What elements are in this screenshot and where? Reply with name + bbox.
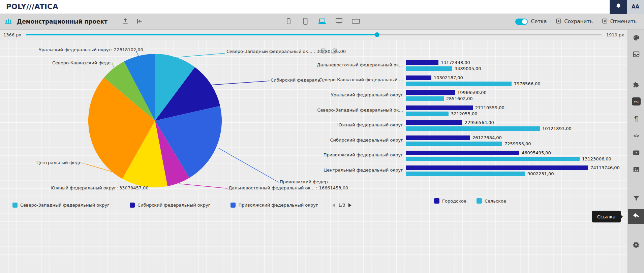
bar-line: 7976566,00 [406,82,620,86]
code-icon: <> [634,133,639,138]
bar-Городское[interactable] [406,135,470,140]
send-to-back-button[interactable] [331,48,338,55]
avatar[interactable]: AA [627,0,644,14]
width-slider[interactable] [26,32,602,37]
bar-value-label: 7976566,00 [514,81,541,86]
save-button[interactable]: Сохранить [555,18,592,26]
bar-Сельское[interactable] [406,96,444,101]
toolbar-left: Демонстрационный проект [0,17,145,27]
bar-Сельское[interactable] [406,112,449,116]
notifications-button[interactable] [610,0,627,14]
pie-callout-sibirsky: Сибирский федераль... [271,78,324,83]
legend-label: Сибирский федеральный округ [137,203,211,208]
device-laptop-button[interactable] [316,16,328,27]
pie-legend-item[interactable]: Сибирский федеральный округ [130,203,211,208]
bar-line: 13172448,00 [406,60,620,65]
bar-Городское[interactable] [406,90,455,95]
device-widescreen-button[interactable] [350,16,362,27]
project-icon [5,17,12,26]
bar-Городское[interactable] [406,120,462,125]
bar-line: 3489005,00 [406,66,620,71]
app-window: POLY///ATICA AA Демонстрационный проект [0,0,644,273]
image-icon [633,166,640,174]
pie-legend-item[interactable]: Приволжский федеральный округ [231,203,318,208]
device-phone-small-button[interactable] [283,16,294,27]
bar-Сельское[interactable] [406,157,580,161]
bar-Городское[interactable] [406,60,438,65]
bar-value-label: 10121893,00 [542,126,572,131]
sidebar-widgets-button[interactable] [630,48,643,61]
upload-icon [122,18,129,26]
pie-callout-yuzhny: Южный федеральный округ: 33078457,00 [51,185,149,190]
bar-line: 9002231,00 [406,172,620,176]
bar-value-label: 19966500,00 [457,90,487,95]
sidebar-plugins-button[interactable] [630,79,643,92]
bar-row: Уральский федеральный округ19966500,0028… [317,87,620,102]
slider-handle[interactable] [375,32,379,37]
drawer-icon [633,51,640,59]
legend-page-indicator: 1/3 [338,203,345,208]
sidebar-code-button[interactable]: <> [630,129,643,142]
bar-row: Северо-Западный федеральный ок...2711055… [317,102,620,118]
device-desktop-button[interactable] [333,16,345,27]
grid-toggle[interactable]: Сетка [515,19,547,25]
bar-Сельское[interactable] [406,142,502,146]
bar-row: Дальневосточный федеральный ок...1317244… [317,57,620,72]
bar-category-label: Сибирский федеральный округ [317,132,403,148]
bar-category-label: Приволжский федеральный округ [317,148,403,163]
sidebar-settings-button[interactable] [630,239,643,252]
bar-value-label: 13123006,00 [582,156,611,161]
device-phone-large-button[interactable] [300,16,311,27]
gear-icon [632,241,640,250]
fit-width-button[interactable] [134,17,145,27]
phone-small-icon [284,17,293,26]
bar-legend: ГородскоеСельское [434,198,506,204]
puzzle-icon [633,81,640,90]
bar-Городское[interactable] [406,165,588,170]
bar-value-label: 26127884,00 [472,135,502,140]
legend-prev-icon[interactable] [332,203,335,207]
cancel-icon [602,18,608,26]
sidebar-filter-button[interactable] [630,192,643,206]
bar-Городское[interactable] [406,151,519,155]
bar-Городское[interactable] [406,105,473,110]
bar-line: 10302187,00 [406,75,620,80]
bar-row: Северо-Кавказский федеральный ...1030218… [317,72,620,88]
bar-line: 27110559,00 [406,105,620,110]
bar-Сельское[interactable] [406,172,525,176]
bar-plot-area: 19966500,002851602,00 [406,87,620,102]
bar-value-label: 46095495,00 [522,150,551,155]
dashboard-canvas[interactable]: Северо-Западный федеральный ок... : 3028… [0,40,627,273]
bar-Сельское[interactable] [406,66,452,71]
sidebar-image-button[interactable] [630,163,643,177]
sidebar-palette-button[interactable] [630,31,643,45]
toolbar-right: Сетка Сохранить Отменить [515,18,644,26]
bar-Городское[interactable] [406,75,431,80]
filter-icon [633,195,640,203]
legend-label: Северо-Западный федеральный округ [20,203,110,208]
sidebar-svg-button[interactable]: svg [630,95,643,108]
bar-Сельское[interactable] [406,82,512,86]
sidebar-link-button[interactable] [628,209,644,224]
bar-legend-item[interactable]: Сельское [477,198,506,204]
bar-legend-item[interactable]: Городское [434,198,466,204]
bar-category-label: Уральский федеральный округ [317,87,403,102]
pie-callout-line [212,81,270,85]
bar-category-label: Южный федеральный округ [317,117,403,132]
legend-next-icon[interactable] [348,203,351,207]
toggle-switch[interactable] [515,19,528,25]
upload-button[interactable] [120,17,130,27]
bar-line: 22956564,00 [406,120,620,125]
sidebar-text-button[interactable]: ¶ [630,112,643,125]
device-size-switcher [283,16,362,27]
bring-to-front-button[interactable] [320,48,327,55]
sidebar-video-button[interactable] [630,146,643,160]
pie-legend-pager: 1/3 [332,203,351,208]
slider-fill [26,34,377,35]
bar-Сельское[interactable] [406,126,540,131]
bar-plot-area: 74113746,009002231,00 [406,162,620,178]
pie-legend-item[interactable]: Северо-Западный федеральный округ [12,203,110,208]
bar-line: 26127884,00 [406,135,620,140]
save-button-label: Сохранить [564,19,592,25]
cancel-button[interactable]: Отменить [602,18,637,26]
